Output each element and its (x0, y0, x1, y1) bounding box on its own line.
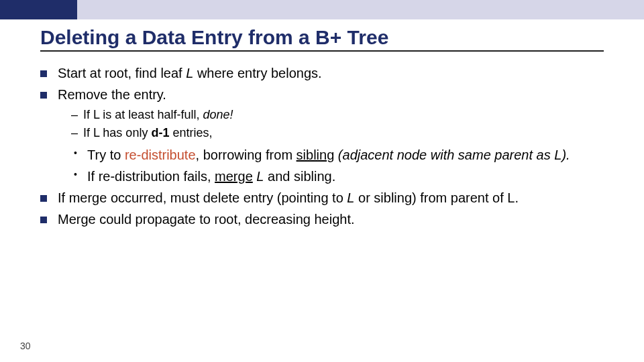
text: If L is at least half-full, (83, 108, 203, 121)
L-word: L). (554, 147, 570, 162)
sub-1: If L is at least half-full, done! (71, 107, 604, 123)
L-var: L (186, 66, 193, 80)
text: If re-distribution fails, (87, 169, 215, 184)
bullet-2: Remove the entry. If L is at least half-… (40, 85, 604, 186)
slide-title: Deleting a Data Entry from a B+ Tree (40, 26, 604, 52)
text: Start at root, find leaf (58, 66, 186, 80)
slide-number: 30 (20, 341, 31, 351)
text: and sibling. (264, 169, 335, 184)
header-bar (0, 0, 644, 19)
text: (adjacent node with same parent as (334, 147, 554, 162)
text: Merge could propagate to root, decreasin… (58, 212, 355, 227)
text: Try to (87, 147, 125, 162)
bullet-list: Start at root, find leaf L where entry b… (40, 64, 604, 229)
L-var: L (256, 169, 264, 184)
text: entries, (169, 126, 212, 139)
text: or sibling) from parent of L. (354, 190, 519, 205)
sibling: sibling (297, 147, 335, 162)
text: If L has only (83, 126, 151, 139)
header-accent-block (0, 0, 77, 19)
sub-list: If L is at least half-full, done! If L h… (71, 107, 604, 141)
text: where entry belongs. (193, 66, 321, 80)
text: , borrowing from (196, 147, 297, 162)
subsub-1: Try to re-distribute, borrowing from sib… (74, 145, 604, 164)
subsub-list: Try to re-distribute, borrowing from sib… (74, 145, 604, 186)
bullet-4: Merge could propagate to root, decreasin… (40, 210, 604, 229)
done: done! (203, 108, 233, 121)
d-1: d-1 (151, 126, 169, 139)
text: Remove the entry. (58, 87, 166, 102)
bullet-3: If merge occurred, must delete entry (po… (40, 188, 604, 207)
redistribute: re-distribute (125, 147, 196, 162)
sub-2: If L has only d-1 entries, (71, 125, 604, 141)
L-var: L (347, 190, 354, 205)
subsub-2: If re-distribution fails, merge L and si… (74, 167, 604, 186)
merge: merge (215, 169, 253, 184)
bullet-1: Start at root, find leaf L where entry b… (40, 64, 604, 82)
slide-body: Deleting a Data Entry from a B+ Tree Sta… (0, 19, 644, 229)
text: If merge occurred, must delete entry (po… (58, 190, 347, 205)
